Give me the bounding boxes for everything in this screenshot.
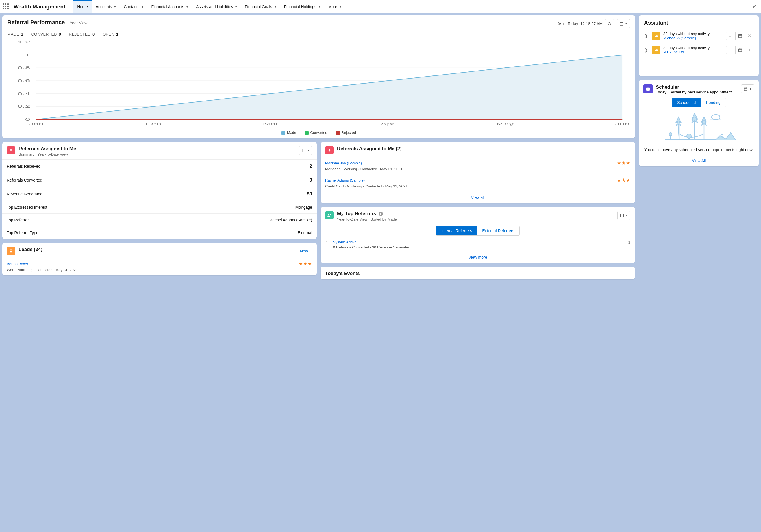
chevron-down-icon[interactable]: ▾ bbox=[235, 5, 237, 9]
svg-point-26 bbox=[330, 214, 331, 215]
app-launcher-icon[interactable] bbox=[3, 3, 10, 10]
svg-point-23 bbox=[329, 148, 330, 150]
rating-stars: ★★★ bbox=[617, 160, 630, 166]
view-more-link[interactable]: View more bbox=[469, 255, 487, 259]
referral-link[interactable]: Rachel Adams (Sample) bbox=[325, 178, 365, 183]
nav-tab-financial-goals[interactable]: Financial Goals▾ bbox=[241, 1, 280, 13]
chevron-down-icon[interactable]: ▾ bbox=[186, 5, 188, 9]
date-picker-button[interactable]: ▼ bbox=[741, 84, 754, 93]
referrer-toggle: Internal Referrers External Referrers bbox=[436, 226, 520, 236]
svg-text:1: 1 bbox=[25, 53, 30, 57]
scheduler-card: Scheduler Today · Sorted by next service… bbox=[639, 80, 759, 166]
referrer-row[interactable]: 1. System Admin 0 Referrals Converted · … bbox=[321, 238, 635, 252]
date-picker-button[interactable]: ▼ bbox=[616, 19, 630, 28]
svg-text:Jan: Jan bbox=[29, 122, 43, 126]
view-all-link[interactable]: View all bbox=[471, 195, 485, 200]
as-of-time: 12:18:07 AM bbox=[580, 22, 603, 26]
edit-page-icon[interactable] bbox=[750, 3, 758, 11]
scheduler-toggle: Scheduled Pending bbox=[672, 98, 726, 107]
svg-text:Mar: Mar bbox=[263, 122, 278, 126]
svg-text:Jun: Jun bbox=[615, 122, 630, 126]
chevron-down-icon[interactable]: ▾ bbox=[142, 5, 144, 9]
pill-scheduled[interactable]: Scheduled bbox=[672, 98, 701, 107]
view-all-link[interactable]: View All bbox=[692, 158, 706, 163]
referrer-icon bbox=[325, 211, 334, 219]
date-picker-button[interactable]: ▼ bbox=[299, 146, 312, 155]
svg-point-32 bbox=[669, 133, 672, 135]
chevron-down-icon[interactable]: ▾ bbox=[114, 5, 116, 9]
dismiss-icon[interactable] bbox=[745, 46, 754, 54]
nav-tab-financial-accounts[interactable]: Financial Accounts▾ bbox=[147, 1, 192, 13]
task-icon[interactable] bbox=[726, 46, 735, 54]
chevron-down-icon[interactable]: ▾ bbox=[319, 5, 320, 9]
rating-stars: ★★★ bbox=[299, 261, 312, 267]
referral-icon bbox=[7, 146, 15, 154]
crown-icon bbox=[652, 46, 661, 54]
new-lead-button[interactable]: New bbox=[296, 247, 312, 255]
pill-pending[interactable]: Pending bbox=[701, 98, 726, 107]
crown-icon bbox=[652, 31, 661, 40]
referral-performance-view: Year View bbox=[70, 21, 87, 25]
referral-performance-title: Referral Performance bbox=[7, 19, 65, 26]
summary-row: Revenue Generated$0 bbox=[2, 187, 317, 201]
task-icon[interactable] bbox=[726, 31, 735, 40]
calendar-icon[interactable] bbox=[735, 31, 745, 40]
assistant-card: Assistant ❯ 30 days without any activity… bbox=[639, 15, 759, 76]
lead-icon bbox=[7, 247, 15, 255]
summary-row: Referrals Converted0 bbox=[2, 173, 317, 187]
svg-point-20 bbox=[11, 148, 12, 150]
refresh-button[interactable] bbox=[605, 19, 615, 28]
summary-row: Top ReferrerRachel Adams (Sample) bbox=[2, 213, 317, 226]
nav-tab-assets-liabilities[interactable]: Assets and Liabilities▾ bbox=[192, 1, 241, 13]
referral-link[interactable]: Manisha Jha (Sample) bbox=[325, 161, 362, 165]
scheduler-illustration bbox=[662, 110, 735, 144]
as-of-label: As of Today bbox=[557, 22, 578, 26]
svg-point-24 bbox=[329, 152, 330, 152]
info-icon[interactable]: i bbox=[379, 211, 383, 216]
svg-text:Apr: Apr bbox=[381, 122, 395, 126]
lead-link[interactable]: Bertha Boxer bbox=[7, 262, 28, 266]
top-referrers-card: My Top Referrers i Year-To-Date View · S… bbox=[321, 207, 635, 263]
svg-text:May: May bbox=[497, 122, 514, 126]
svg-text:0.8: 0.8 bbox=[18, 66, 30, 70]
nav-tab-home[interactable]: Home bbox=[73, 1, 91, 13]
svg-rect-28 bbox=[646, 87, 650, 88]
referral-performance-card: Referral Performance Year View As of Tod… bbox=[2, 15, 635, 138]
pill-internal-referrers[interactable]: Internal Referrers bbox=[436, 226, 477, 235]
svg-point-21 bbox=[11, 152, 12, 152]
nav-tab-more[interactable]: More▾ bbox=[324, 1, 345, 13]
referrer-link[interactable]: System Admin bbox=[333, 240, 357, 244]
summary-row: Top Referrer TypeExternal bbox=[2, 226, 317, 239]
referral-item[interactable]: Manisha Jha (Sample)★★★ MortgageWorking … bbox=[321, 157, 635, 175]
calendar-icon[interactable] bbox=[735, 46, 745, 54]
nav-tab-accounts[interactable]: Accounts▾ bbox=[92, 1, 120, 13]
expand-icon[interactable]: ❯ bbox=[643, 47, 649, 53]
referral-icon bbox=[325, 146, 334, 154]
assistant-record-link[interactable]: Micheal A (Sample) bbox=[663, 36, 696, 40]
chevron-down-icon[interactable]: ▾ bbox=[274, 5, 276, 9]
app-title: Wealth Management bbox=[14, 4, 65, 10]
nav-tab-financial-holdings[interactable]: Financial Holdings▾ bbox=[280, 1, 324, 13]
svg-text:0.2: 0.2 bbox=[18, 104, 30, 108]
expand-icon[interactable]: ❯ bbox=[643, 32, 649, 39]
svg-text:0.4: 0.4 bbox=[18, 92, 30, 95]
nav-tab-contacts[interactable]: Contacts▾ bbox=[120, 1, 147, 13]
svg-point-30 bbox=[687, 134, 691, 138]
nav-tabs: Home Accounts▾ Contacts▾ Financial Accou… bbox=[73, 1, 750, 13]
chevron-down-icon[interactable]: ▾ bbox=[339, 5, 341, 9]
lead-item[interactable]: Bertha Boxer ★★★ WebNurturing - Contacte… bbox=[2, 258, 317, 275]
dismiss-icon[interactable] bbox=[745, 31, 754, 40]
summary-row: Top Expressed InterestMortgage bbox=[2, 201, 317, 213]
top-nav: Wealth Management Home Accounts▾ Contact… bbox=[0, 0, 761, 13]
assistant-item: ❯ 30 days without any activityMicheal A … bbox=[639, 29, 759, 43]
referrals-summary-card: Referrals Assigned to Me Summary · Year-… bbox=[2, 142, 317, 239]
scheduler-icon bbox=[643, 84, 653, 93]
referrals-list-card: Referrals Assigned to Me (2) Manisha Jha… bbox=[321, 142, 635, 203]
referral-item[interactable]: Rachel Adams (Sample)★★★ Credit CardNurt… bbox=[321, 175, 635, 192]
svg-point-25 bbox=[328, 214, 330, 215]
date-picker-button[interactable]: ▼ bbox=[617, 211, 630, 220]
assistant-record-link[interactable]: MTR Inc Ltd bbox=[663, 50, 684, 54]
svg-text:0: 0 bbox=[25, 118, 30, 121]
todays-events-card: Today's Events bbox=[321, 267, 635, 279]
pill-external-referrers[interactable]: External Referrers bbox=[477, 226, 519, 235]
